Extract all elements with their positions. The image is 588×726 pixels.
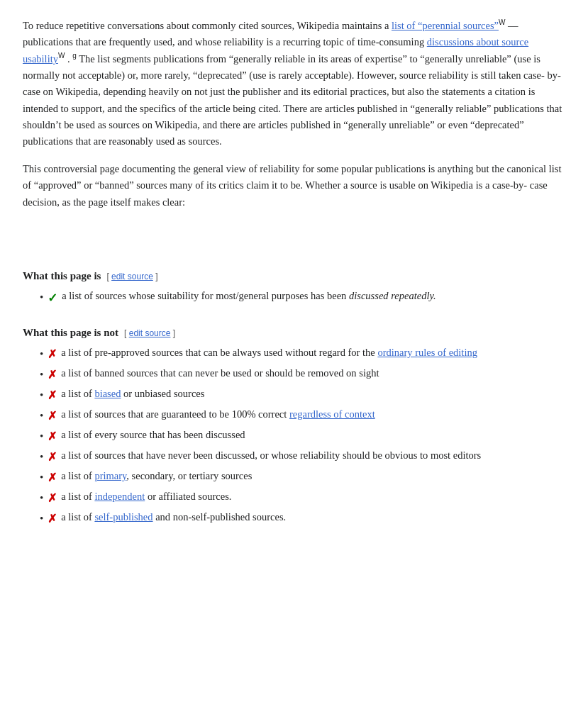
bullet-dot: • [40, 289, 43, 306]
list-item: • ✗ a list of banned sources that can ne… [40, 366, 565, 384]
bullet-dot: • [40, 510, 43, 527]
ordinary-rules-link[interactable]: ordinary rules of editing [377, 347, 477, 358]
x-icon: ✗ [48, 449, 57, 466]
x-icon: ✗ [48, 469, 57, 486]
section-not-edit: [ edit source ] [124, 327, 175, 340]
main-content: To reduce repetitive conversations about… [23, 17, 565, 527]
section-not-title: What this page is not [23, 324, 118, 341]
bullet-dot: • [40, 367, 43, 383]
list-item: • ✗ a list of sources that have never be… [40, 448, 565, 466]
item-text: a list of sources that are guaranteed to… [61, 407, 375, 423]
regardless-link[interactable]: regardless of context [289, 408, 375, 420]
list-item: • ✗ a list of sources that are guarantee… [40, 407, 565, 425]
perennial-sources-link[interactable]: list of “perennial sources” [392, 20, 499, 31]
section-is-edit: [ edit source ] [106, 270, 157, 284]
section-is-list: • ✓ a list of sources whose suitability … [23, 289, 565, 308]
section-is: What this page is [ edit source ] • ✓ a … [23, 267, 565, 308]
x-icon: ✗ [48, 490, 57, 507]
list-item: • ✗ a list of self-published and non-sel… [40, 510, 565, 527]
biased-link[interactable]: biased [94, 388, 121, 399]
bullet-dot: • [40, 408, 43, 424]
section-not: What this page is not [ edit source ] • … [23, 324, 565, 527]
paragraph-2: This controversial page documenting the … [23, 161, 565, 211]
spacer-2 [23, 236, 565, 250]
discussions-link[interactable]: discussions about source usability [23, 36, 528, 65]
list-item: • ✗ a list of every source that has been… [40, 428, 565, 445]
spacer-1 [23, 222, 565, 236]
item-text: a list of every source that has been dis… [61, 428, 245, 443]
section-is-title: What this page is [23, 267, 101, 284]
item-text: a list of pre-approved sources that can … [61, 345, 477, 361]
section-not-edit-link[interactable]: edit source [129, 328, 171, 338]
g-superscript: g [72, 52, 77, 60]
x-icon: ✗ [48, 510, 57, 527]
bullet-dot: • [40, 428, 43, 445]
x-icon: ✗ [48, 367, 57, 384]
emphasized-text: discussed repeatedly. [349, 290, 436, 301]
check-icon: ✓ [48, 289, 57, 308]
item-text: a list of primary, secondary, or tertiar… [61, 469, 252, 484]
self-published-link[interactable]: self-published [94, 511, 152, 523]
section-is-heading: What this page is [ edit source ] [23, 267, 565, 284]
section-is-edit-link[interactable]: edit source [111, 272, 153, 281]
bullet-dot: • [40, 346, 43, 362]
bullet-dot: • [40, 449, 43, 465]
list-item: • ✗ a list of independent or affiliated … [40, 489, 565, 507]
section-not-list: • ✗ a list of pre-approved sources that … [23, 345, 565, 527]
bullet-dot: • [40, 490, 43, 506]
section-not-heading: What this page is not [ edit source ] [23, 324, 565, 341]
primary-link[interactable]: primary [94, 470, 126, 481]
list-item: • ✗ a list of pre-approved sources that … [40, 345, 565, 363]
x-icon: ✗ [48, 408, 57, 425]
paragraph-1: To reduce repetitive conversations about… [23, 17, 565, 150]
list-item: • ✗ a list of primary, secondary, or ter… [40, 469, 565, 486]
list-item: • ✓ a list of sources whose suitability … [40, 289, 565, 308]
x-icon: ✗ [48, 346, 57, 363]
wikipedia-superscript: W [499, 18, 505, 26]
item-text: a list of biased or unbiased sources [61, 386, 204, 402]
x-icon: ✗ [48, 387, 57, 404]
item-text: a list of sources whose suitability for … [62, 289, 436, 304]
item-text: a list of banned sources that can never … [61, 366, 379, 381]
item-text: a list of independent or affiliated sour… [61, 489, 231, 505]
list-item: • ✗ a list of biased or unbiased sources [40, 386, 565, 404]
bullet-dot: • [40, 469, 43, 486]
item-text: a list of self-published and non-self-pu… [61, 510, 286, 525]
item-text: a list of sources that have never been d… [61, 448, 481, 464]
x-icon: ✗ [48, 428, 57, 445]
bullet-dot: • [40, 387, 43, 403]
independent-link[interactable]: independent [94, 491, 145, 502]
w-superscript: W [58, 52, 65, 60]
